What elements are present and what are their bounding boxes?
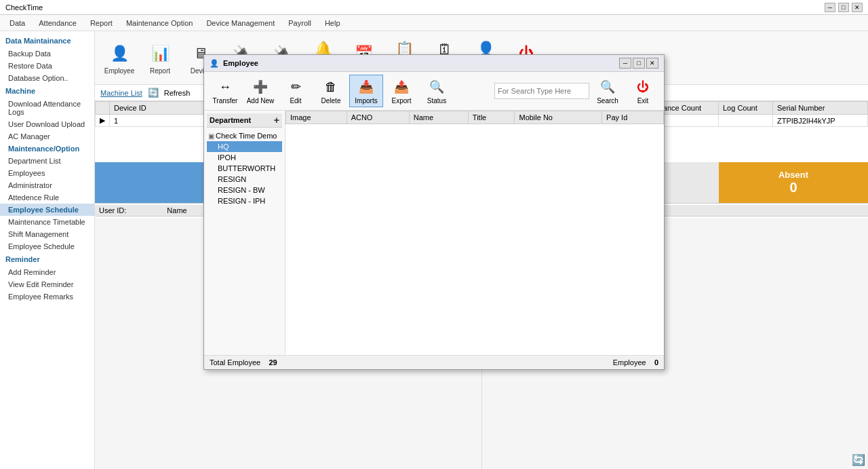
dept-child-butterworth[interactable]: BUTTERWORTH (207, 163, 282, 174)
modal-export-btn[interactable]: 📤 Export (384, 75, 418, 107)
transfer-icon: ↔ (216, 77, 235, 96)
search-label: Search (597, 97, 618, 105)
menu-data[interactable]: Data (3, 18, 32, 29)
dept-child-resign-iph[interactable]: RESIGN - IPH (207, 195, 282, 206)
export-label: Export (392, 97, 412, 105)
maximize-button[interactable]: □ (838, 3, 849, 12)
edit-icon: ✏ (286, 77, 305, 96)
modal-search-btn[interactable]: 🔍 Search (591, 75, 625, 107)
sidebar-item-employee-schedule-bottom[interactable]: Employee Schedule (0, 240, 94, 252)
modal-exit-icon: ⏻ (633, 77, 652, 96)
emp-col-acno: ACNO (347, 111, 409, 124)
modal-close-btn[interactable]: ✕ (646, 58, 658, 69)
col-name: Name (167, 206, 186, 214)
sidebar-item-view-edit-reminder[interactable]: View Edit Reminder (0, 278, 94, 290)
delete-label: Delete (321, 97, 341, 105)
sidebar-section-machine[interactable]: Machine (0, 84, 94, 98)
refresh-status-btn[interactable]: 🔄 (852, 453, 865, 466)
sidebar-item-add-reminder[interactable]: Add Reminder (0, 266, 94, 278)
sidebar-item-employees[interactable]: Employees (0, 167, 94, 179)
modal-title-icon: 👤 (210, 59, 219, 68)
toolbar-employee-btn[interactable]: 👤 Employee (100, 38, 138, 78)
row-serial-number: ZTPIBJ2IH4kYJP (773, 115, 868, 127)
modal-add-new-btn[interactable]: ➕ Add New (243, 75, 277, 107)
col-log-count: Log Count (719, 102, 773, 115)
modal-exit-label: Exit (637, 97, 649, 105)
refresh-label[interactable]: Refresh (164, 89, 191, 97)
menu-payroll[interactable]: Payroll (281, 18, 318, 29)
absent-count: 0 (789, 180, 797, 195)
emp-col-title: Title (468, 111, 515, 124)
emp-col-name: Name (409, 111, 468, 124)
toolbar-report-btn[interactable]: 📊 Report (141, 38, 179, 78)
menu-device-management[interactable]: Device Management (199, 18, 281, 29)
emp-col-mobile: Mobile No (515, 111, 602, 124)
sidebar-item-department-list[interactable]: Department List (0, 155, 94, 167)
sidebar-item-employee-schedule-top[interactable]: Employee Schedule (0, 204, 94, 216)
modal-exit-btn[interactable]: ⏻ Exit (626, 75, 660, 107)
emp-col-payid: Pay Id (602, 111, 664, 124)
modal-minimize-btn[interactable]: ─ (619, 58, 631, 69)
sidebar-item-maintenance-option[interactable]: Maintenance/Option (0, 143, 94, 155)
modal-search-input[interactable] (494, 83, 589, 99)
sidebar-item-backup-data[interactable]: Backup Data (0, 48, 94, 60)
status-label: Status (427, 97, 446, 105)
modal-transfer-btn[interactable]: ↔ Transfer (208, 75, 242, 107)
app-title: CheckTime (5, 3, 43, 12)
imports-icon: 📥 (357, 77, 376, 96)
menu-report[interactable]: Report (83, 18, 119, 29)
sidebar-item-restore-data[interactable]: Restore Data (0, 60, 94, 72)
employee-table: Image ACNO Name Title Mobile No Pay Id (285, 111, 664, 124)
department-header: Department + (207, 113, 282, 128)
sidebar-section-data-maintainance[interactable]: Data Maintainance (0, 34, 94, 48)
modal-footer: Total Employee 29 Employee 0 (204, 355, 664, 369)
sidebar: Data Maintainance Backup Data Restore Da… (0, 31, 95, 469)
sidebar-item-administrator[interactable]: Administrator (0, 179, 94, 191)
sidebar-item-employee-remarks[interactable]: Employee Remarks (0, 290, 94, 303)
report-icon: 📊 (148, 41, 172, 66)
department-label: Department (210, 116, 251, 124)
sidebar-item-user-download[interactable]: User Download Upload (0, 118, 94, 130)
modal-status-btn[interactable]: 🔍 Status (420, 75, 454, 107)
sidebar-item-download-attendance[interactable]: Download Attendance Logs (0, 98, 94, 118)
sidebar-item-shift-management[interactable]: Shift Management (0, 228, 94, 240)
status-icon: 🔍 (427, 77, 446, 96)
absent-card: Absent 0 🔄 (719, 162, 868, 203)
sidebar-item-ac-manager[interactable]: AC Manager (0, 130, 94, 143)
dept-child-ipoh[interactable]: IPOH (207, 152, 282, 163)
add-new-icon: ➕ (251, 77, 270, 96)
dept-child-hq[interactable]: HQ (207, 141, 282, 152)
modal-maximize-btn[interactable]: □ (633, 58, 645, 69)
dept-child-resign-bw[interactable]: RESIGN - BW (207, 185, 282, 195)
emp-col-image: Image (286, 111, 347, 124)
add-new-label: Add New (247, 97, 275, 105)
sidebar-section-reminder[interactable]: Reminder (0, 252, 94, 266)
menu-bar: Data Attendance Report Maintenance Optio… (0, 15, 868, 31)
modal-content: Department + ▣ Check Time Demo HQ IPOH B… (204, 111, 664, 355)
edit-label: Edit (290, 97, 301, 105)
title-bar: CheckTime ─ □ ✕ (0, 0, 868, 15)
employee-footer-count: 0 (654, 358, 658, 367)
modal-imports-btn[interactable]: 📥 Imports (349, 75, 383, 107)
machine-list-link[interactable]: Machine List (100, 89, 142, 97)
modal-delete-btn[interactable]: 🗑 Delete (314, 75, 348, 107)
menu-attendance[interactable]: Attendance (32, 18, 83, 29)
close-button[interactable]: ✕ (852, 3, 863, 12)
dept-root-item[interactable]: ▣ Check Time Demo (207, 130, 282, 141)
dept-child-resign[interactable]: RESIGN (207, 174, 282, 185)
modal-edit-btn[interactable]: ✏ Edit (279, 75, 313, 107)
menu-maintenance-option[interactable]: Maintenance Option (119, 18, 199, 29)
modal-title-text: Employee (223, 59, 258, 67)
sidebar-item-database-option[interactable]: Database Option.. (0, 72, 94, 84)
menu-help[interactable]: Help (318, 18, 347, 29)
row-log-count (719, 115, 773, 127)
refresh-icon: 🔄 (148, 88, 159, 98)
sidebar-item-maintenance-timetable[interactable]: Maintenance Timetable (0, 216, 94, 228)
department-add-btn[interactable]: + (274, 115, 279, 126)
minimize-button[interactable]: ─ (825, 3, 835, 12)
export-icon: 📤 (392, 77, 411, 96)
department-panel: Department + ▣ Check Time Demo HQ IPOH B… (204, 111, 285, 355)
delete-icon: 🗑 (321, 77, 340, 96)
sidebar-item-attedence-rule[interactable]: Attedence Rule (0, 191, 94, 204)
transfer-label: Transfer (213, 97, 238, 105)
